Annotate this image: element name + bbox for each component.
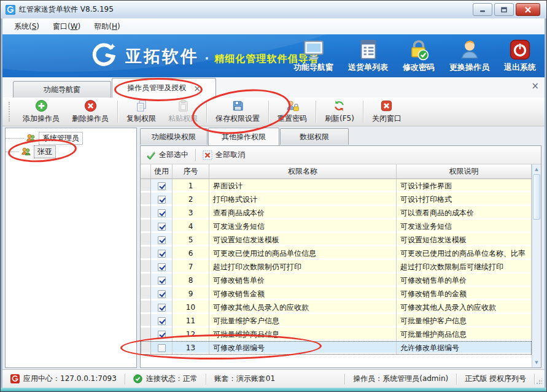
row-indicator (141, 301, 151, 314)
row-no: 2 (173, 193, 209, 206)
permission-checkbox[interactable] (158, 304, 166, 312)
paste-permissions-button[interactable]: 粘贴权限 (162, 98, 204, 125)
header-indicator (141, 164, 151, 179)
permission-checkbox[interactable] (158, 317, 166, 325)
app-center-icon (10, 374, 20, 383)
tab-close-icon[interactable]: × (193, 85, 201, 92)
logo-separator: · (204, 47, 209, 69)
row-use-cell[interactable] (151, 274, 173, 287)
table-row: 12可批量维护商品信息可批量维护商品信息 (141, 328, 532, 341)
permission-checkbox[interactable] (158, 290, 166, 298)
row-use-cell[interactable] (151, 341, 173, 355)
resize-grip[interactable] (536, 379, 542, 385)
nav-window-button[interactable]: 功能导航窗 (293, 39, 333, 73)
exit-system-button[interactable]: 退出系统 (504, 39, 536, 73)
tab-operator-management[interactable]: 操作员管理及授权× (112, 78, 216, 98)
tab-module-permissions[interactable]: 功能模块权限 (140, 128, 208, 145)
reset-password-button[interactable]: 重置密码 (271, 98, 313, 125)
row-use-cell[interactable] (151, 233, 173, 247)
row-use-cell[interactable] (151, 193, 173, 206)
select-all-check-icon (146, 150, 156, 160)
tree-branch-line (6, 138, 24, 139)
permission-checkbox[interactable] (158, 196, 166, 204)
save-permissions-button[interactable]: 保存权限设置 (209, 98, 266, 125)
toolbar-separator (268, 101, 269, 123)
add-operator-button[interactable]: 添加操作员 (17, 98, 66, 125)
row-permission-desc: 可修改其他人员录入的应收款 (397, 301, 532, 314)
delete-operator-button[interactable]: 删除操作员 (66, 98, 115, 125)
tree-item-admin[interactable]: 系统管理员 (6, 131, 136, 145)
row-no: 8 (173, 274, 209, 287)
row-indicator (141, 233, 151, 247)
scroll-down-icon[interactable]: ▼ (532, 358, 541, 367)
close-window-button[interactable]: 关闭窗口 (366, 98, 408, 125)
table-row: 13可修改单据编号允许修改单据编号 (141, 341, 532, 355)
row-use-cell[interactable] (151, 206, 173, 220)
row-use-cell[interactable] (151, 220, 173, 233)
tab-nav-window[interactable]: 功能导航窗 (13, 81, 111, 98)
tab-data-permissions[interactable]: 数据权限 (280, 128, 349, 145)
table-row: 10可修改其他人员录入的应收款可修改其他人员录入的应收款 (141, 301, 532, 314)
scroll-up-icon[interactable]: ▲ (532, 165, 541, 174)
permission-checkbox[interactable] (158, 277, 166, 285)
users-icon (21, 147, 31, 157)
status-account: 账套：演示账套01 (206, 374, 283, 384)
row-permission-desc: 可修改销售单的金额 (397, 287, 532, 301)
row-no: 11 (173, 314, 209, 328)
row-indicator (141, 179, 151, 193)
permission-checkbox[interactable] (158, 331, 166, 339)
app-icon (6, 5, 15, 15)
row-use-cell[interactable] (151, 247, 173, 260)
cancel-all-cross-icon (203, 150, 212, 160)
delivery-list-button-label: 送货单列表 (348, 62, 388, 73)
close-button[interactable] (516, 3, 540, 16)
permission-checkbox[interactable] (158, 344, 166, 352)
permission-checkbox[interactable] (158, 223, 166, 231)
tab-other-permissions[interactable]: 其他操作权限 (208, 128, 279, 145)
row-no: 10 (173, 301, 209, 314)
row-indicator (141, 274, 151, 287)
permission-checkbox[interactable] (158, 209, 166, 217)
permission-checkbox[interactable] (158, 263, 166, 271)
menu-bar: 系统(S)窗口(W)帮助(H) (2, 18, 545, 34)
permission-checkbox[interactable] (158, 250, 166, 258)
permission-checkbox[interactable] (158, 182, 166, 190)
row-indicator (141, 341, 151, 355)
logo-text: 亚拓软件 (125, 44, 199, 69)
permission-checkbox[interactable] (158, 236, 166, 244)
row-indicator (141, 220, 151, 233)
vertical-scrollbar[interactable]: ▲ ▼ (532, 164, 541, 367)
cancel-all-button[interactable]: 全部取消 (203, 150, 245, 160)
menu-help[interactable]: 帮助(H) (87, 19, 126, 34)
select-all-button[interactable]: 全部选中 (146, 150, 188, 160)
row-use-cell[interactable] (151, 260, 173, 274)
permission-panel: 功能模块权限其他操作权限数据权限 全部选中 全部取消 (140, 128, 541, 368)
selection-toolbar-separator (195, 149, 196, 161)
menu-system[interactable]: 系统(S) (7, 19, 46, 34)
status-connection: 连接状态：正常 (125, 374, 206, 384)
row-use-cell[interactable] (151, 179, 173, 193)
minimize-button[interactable] (473, 3, 492, 16)
row-use-cell[interactable] (151, 328, 173, 341)
tree-item-zhangya[interactable]: 张亚 (6, 145, 136, 158)
refresh-button[interactable]: 刷新(F5) (319, 98, 360, 125)
delivery-list-button[interactable]: 送货单列表 (348, 39, 388, 73)
maximize-button[interactable] (494, 3, 514, 16)
table-row: 3查看商品成本价可以查看商品的成本价 (141, 206, 532, 220)
menu-window[interactable]: 窗口(W) (46, 19, 87, 34)
close-window-icon (380, 99, 393, 112)
copy-permissions-button[interactable]: 复制权限 (120, 98, 162, 125)
toolbar: 添加操作员删除操作员复制权限粘贴权限保存权限设置重置密码刷新(F5)关闭窗口 (2, 98, 545, 126)
switch-operator-button[interactable]: 更换操作员 (449, 39, 489, 73)
row-use-cell[interactable] (151, 301, 173, 314)
close-icon (524, 7, 532, 13)
row-use-cell[interactable] (151, 287, 173, 301)
tabstrip-close-icon[interactable]: × (531, 80, 539, 91)
toolbar-separator (363, 101, 363, 123)
row-use-cell[interactable] (151, 314, 173, 328)
change-password-button[interactable]: 修改密码 (403, 39, 435, 73)
scrollbar-thumb[interactable] (533, 174, 540, 220)
refresh-icon (333, 99, 346, 112)
row-permission-name: 可更改已使用过的商品单位信息 (209, 247, 397, 260)
table-row: 9可修改销售金额可修改销售单的金额 (141, 287, 532, 301)
